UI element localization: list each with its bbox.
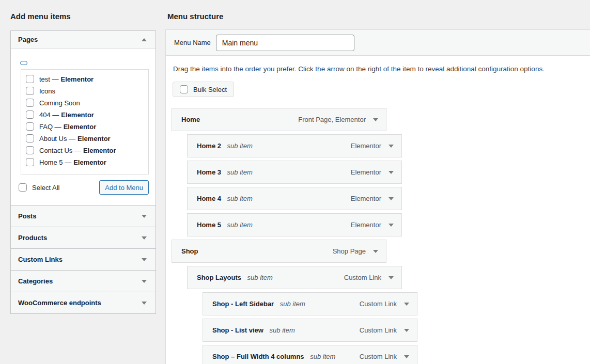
menu-item-title: Shop Layouts (197, 274, 241, 281)
page-item-checkbox[interactable] (26, 158, 34, 166)
expand-arrow-icon[interactable] (142, 215, 147, 218)
pages-tab[interactable] (20, 61, 27, 65)
page-item-checkbox[interactable] (26, 134, 34, 143)
menu-item-bar[interactable]: Home 4 sub item Elementor (187, 187, 402, 210)
menu-item-type: Elementor (351, 195, 381, 202)
expand-arrow-icon[interactable] (142, 258, 147, 261)
page-item-label: FAQ —Elementor (39, 123, 96, 131)
page-list-item: Contact Us —Elementor (26, 146, 144, 154)
menu-item-type: Shop Page (333, 247, 366, 255)
menu-item-title: Home 2 (197, 142, 221, 150)
select-all-label: Select All (32, 184, 59, 192)
page-item-checkbox[interactable] (26, 75, 34, 83)
menu-item-bar[interactable]: Shop – Full Width 4 columns sub item Cus… (203, 345, 417, 364)
menu-item-bar[interactable]: Shop - List view sub item Custom Link (203, 319, 417, 342)
bulk-select-checkbox[interactable] (180, 85, 188, 93)
menu-item-sub-label: sub item (227, 195, 253, 202)
menu-item-text: Home (181, 116, 292, 123)
menu-item-bar[interactable]: Home 2 sub item Elementor (187, 134, 402, 157)
menu-item-bar[interactable]: Shop Shop Page (172, 240, 386, 263)
menu-structure-panel: Menu structure Menu Name Drag the items … (165, 0, 590, 364)
menu-item-sub-label: sub item (227, 168, 253, 176)
menu-name-label: Menu Name (174, 39, 211, 46)
menu-name-input[interactable] (216, 35, 354, 51)
menu-item-type: Custom Link (344, 274, 381, 281)
menu-item-text: Shop - Left Sidebar sub item (212, 300, 353, 308)
accordion-section-header[interactable]: WooCommerce endpoints (10, 292, 156, 314)
page-item-label: About Us —Elementor (39, 135, 111, 143)
menu-item-text: Shop – Full Width 4 columns sub item (212, 353, 353, 360)
bulk-select[interactable]: Bulk Select (173, 82, 234, 97)
bulk-select-label: Bulk Select (193, 86, 227, 93)
pages-section-header[interactable]: Pages (11, 31, 156, 49)
expand-arrow-icon[interactable] (142, 302, 147, 305)
menu-item-title: Home 5 (197, 221, 221, 229)
menu-item-title: Home (181, 116, 200, 123)
page-item-checkbox[interactable] (26, 87, 34, 95)
page-item-label: 404 —Elementor (39, 111, 94, 119)
page-item-label: test —Elementor (39, 75, 94, 83)
page-item-checkbox[interactable] (26, 110, 34, 119)
item-options-arrow-icon[interactable] (389, 197, 394, 200)
item-options-arrow-icon[interactable] (373, 118, 378, 121)
menu-item-text: Shop - List view sub item (212, 326, 353, 334)
accordion-section-header[interactable]: Products (10, 227, 156, 249)
menu-item-type: Elementor (351, 168, 381, 176)
select-all: Select All (19, 183, 59, 192)
pages-checklist: test —Elementor Icons Coming Soon 404 —E… (21, 69, 149, 175)
menu-item-bar[interactable]: Shop - Left Sidebar sub item Custom Link (203, 292, 417, 315)
page-list-item: FAQ —Elementor (26, 122, 144, 131)
item-options-arrow-icon[interactable] (389, 224, 394, 227)
menu-item-type: Custom Link (360, 326, 397, 334)
expand-arrow-icon[interactable] (142, 236, 147, 240)
item-options-arrow-icon[interactable] (404, 329, 409, 332)
accordion-section-label: Products (18, 234, 47, 242)
menu-item-type: Elementor (351, 142, 381, 150)
accordion-section-header[interactable]: Categories (10, 270, 156, 292)
menu-item-bar[interactable]: Home Front Page, Elementor (172, 108, 386, 131)
add-menu-items-title: Add menu items (10, 0, 156, 30)
menu-item-title: Shop - Left Sidebar (212, 300, 274, 308)
page-list-item: 404 —Elementor (26, 110, 144, 119)
menu-item-sub-label: sub item (310, 353, 335, 360)
accordion-sections: Posts Products Custom Links Categories W… (10, 205, 156, 314)
menu-item-type: Front Page, Elementor (298, 116, 366, 123)
menu-item-sub-label: sub item (227, 221, 253, 229)
menu-editor-body: Drag the items into the order you prefer… (166, 56, 590, 364)
accordion-section-header[interactable]: Custom Links (10, 248, 156, 271)
menu-item-type: Custom Link (360, 300, 397, 308)
page-item-checkbox[interactable] (26, 99, 34, 107)
page-item-checkbox[interactable] (26, 122, 34, 131)
page-item-label: Icons (39, 87, 55, 95)
item-options-arrow-icon[interactable] (389, 145, 394, 148)
page-item-checkbox[interactable] (26, 146, 34, 154)
item-options-arrow-icon[interactable] (373, 250, 378, 253)
menu-item-title: Shop (181, 247, 198, 255)
page-list-item: About Us —Elementor (26, 134, 144, 143)
pages-section: Pages test —Elementor Icons Coming Soo (10, 30, 156, 205)
add-to-menu-button[interactable]: Add to Menu (99, 180, 149, 195)
menu-item-title: Home 4 (197, 195, 221, 202)
item-options-arrow-icon[interactable] (404, 355, 409, 358)
expand-arrow-icon[interactable] (142, 280, 147, 283)
menu-item-text: Home 5 sub item (197, 221, 345, 229)
collapse-arrow-icon[interactable] (142, 38, 147, 41)
menu-item-sub-label: sub item (270, 326, 295, 334)
accordion-section-label: Categories (18, 277, 53, 285)
menu-item-text: Home 2 sub item (197, 142, 345, 150)
item-options-arrow-icon[interactable] (404, 303, 409, 306)
page-item-label: Home 5 —Elementor (39, 159, 106, 166)
accordion-section-header[interactable]: Posts (10, 205, 156, 227)
item-options-arrow-icon[interactable] (389, 276, 394, 279)
menu-item-sub-label: sub item (280, 300, 305, 308)
page-list-item: Icons (26, 87, 144, 95)
menu-name-bar: Menu Name (166, 30, 590, 56)
menu-item-bar[interactable]: Home 3 sub item Elementor (187, 161, 402, 184)
menu-item-bar[interactable]: Shop Layouts sub item Custom Link (187, 266, 402, 289)
pages-section-label: Pages (18, 36, 38, 43)
item-options-arrow-icon[interactable] (389, 171, 394, 174)
menu-items-list: Home Front Page, Elementor Home 2 sub it… (172, 108, 590, 364)
select-all-checkbox[interactable] (19, 183, 27, 192)
menu-item-bar[interactable]: Home 5 sub item Elementor (187, 213, 402, 236)
menu-item-sub-label: sub item (227, 142, 253, 150)
